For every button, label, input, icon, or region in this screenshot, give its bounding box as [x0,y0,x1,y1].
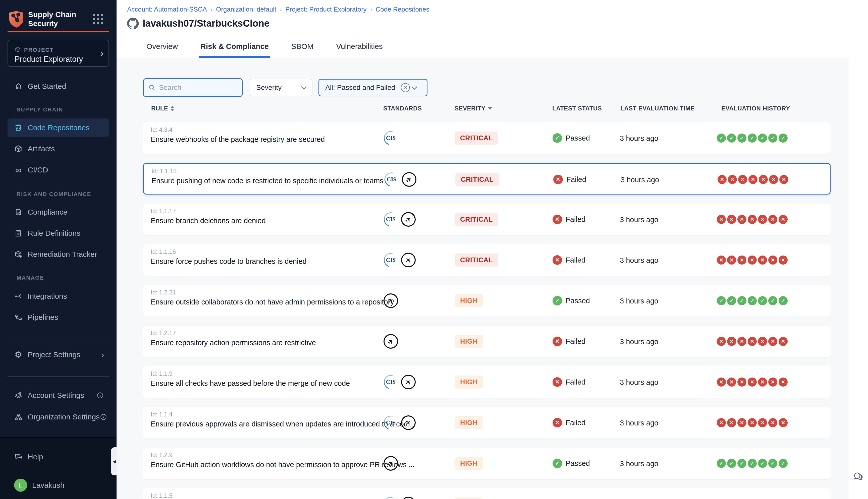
section-label-supply-chain: SUPPLY CHAIN [16,107,63,113]
support-chat-icon[interactable] [853,471,865,483]
history-passed-icon [768,296,777,305]
rule-row[interactable]: Id: 1.1.9Ensure all checks have passed b… [143,366,831,398]
cis-standard-icon: CIS [384,253,398,267]
history-failed-icon [748,256,757,265]
history-failed-icon [758,215,767,224]
rule-row[interactable]: Id: 1.1.17Ensure branch deletions are de… [143,204,831,235]
page-title: lavakush07/StarbucksClone [143,18,269,29]
rule-row[interactable]: Id: 1.1.16Ensure force pushes code to br… [143,244,831,276]
status-label: Passed [566,134,590,142]
sidebar-item-integrations[interactable]: Integrations [8,287,109,305]
cis-standard-icon: CIS [384,172,399,187]
rule-row[interactable]: Id: 1.2.9Ensure GitHub action workflows … [143,448,831,479]
history-failed-icon [737,256,746,265]
section-label-manage: MANAGE [16,275,44,281]
info-icon[interactable] [100,413,107,421]
sidebar-item-get-started[interactable]: Get Started [8,77,109,96]
breadcrumb-account[interactable]: Account: Automation-SSCA [127,5,207,13]
status-filter-label: All: Passed and Failed [325,84,395,92]
sidebar-item-label: Integrations [28,292,67,301]
rule-row[interactable]: Id: 1.2.21Ensure outside collaborators d… [143,285,831,317]
search-icon [148,84,156,91]
cis-standard-icon: CIS [384,415,398,430]
rule-row[interactable]: Id: 1.1.15Ensure pushing of new code is … [143,163,831,195]
sidebar-item-label: Get Started [28,82,66,90]
sort-icon[interactable] [170,106,174,111]
paper-plane-icon [387,296,394,305]
breadcrumb-organization[interactable]: Organization: default [216,5,276,13]
history-passed-icon [758,134,767,143]
sidebar-item-artifacts[interactable]: Artifacts [8,139,109,158]
history-failed-icon [779,215,788,224]
sidebar-item-pipelines[interactable]: Pipelines [8,308,109,327]
standards-cell [384,456,398,471]
document-search-icon [14,208,23,216]
sidebar-item-code-repositories[interactable]: Code Repositories [8,119,109,137]
rule-text: Ensure force pushes code to branches is … [151,257,307,266]
status-label: Failed [566,337,586,346]
status-failed-icon [553,255,562,265]
standards-cell: CIS [384,131,398,145]
history-cell [717,256,788,265]
sidebar-item-compliance[interactable]: Compliance [8,203,109,221]
history-failed-icon [737,378,746,387]
chevron-down-icon [301,84,307,90]
history-passed-icon [779,134,788,143]
sidebar-item-cicd[interactable]: ∞ CI/CD [8,161,109,179]
history-failed-icon [779,337,788,346]
history-passed-icon [727,459,736,468]
history-failed-icon [758,337,767,346]
status-cell: Failed [553,418,586,427]
project-selector[interactable]: PROJECT Product Exploratory › [8,40,109,67]
standards-cell: CIS [384,497,416,499]
tab-risk-compliance[interactable]: Risk & Compliance [199,42,270,58]
sidebar-item-organization-settings[interactable]: Organization Settings [8,407,109,426]
app-switcher-icon[interactable] [93,14,104,25]
history-failed-icon [759,175,768,184]
sidebar-item-label: Artifacts [28,145,55,153]
severity-badge: CRITICAL [455,254,498,267]
project-name: Product Exploratory [14,55,83,64]
severity-filter[interactable]: Severity [250,79,312,96]
breadcrumb-code-repositories[interactable]: Code Repositories [376,5,430,13]
rule-row[interactable]: Id: 1.2.17Ensure repository action permi… [143,326,831,357]
cis-standard-icon: CIS [384,131,398,145]
sidebar-item-account-settings[interactable]: Account Settings [8,386,109,405]
clear-filter-icon[interactable]: ✕ [401,83,410,92]
sidebar-item-label: Help [28,453,43,461]
sidebar-item-project-settings[interactable]: ⚙ Project Settings › [8,345,109,364]
evaluation-time: 3 hours ago [620,134,658,143]
sidebar-item-remediation-tracker[interactable]: Remediation Tracker [8,245,109,264]
tab-sbom[interactable]: SBOM [290,42,315,58]
sidebar-item-label: CI/CD [28,166,48,174]
rule-row[interactable]: Id: 4.3.4Ensure webhooks of the package … [143,122,831,154]
rule-row[interactable]: Id: 1.1.4Ensure previous approvals are d… [143,407,831,438]
avatar: L [14,479,27,492]
history-failed-icon [718,175,727,184]
sort-desc-icon[interactable] [488,107,492,110]
status-label: Failed [566,215,586,224]
breadcrumb-separator: › [370,6,372,13]
breadcrumb-project[interactable]: Project: Product Exploratory [285,5,367,13]
status-filter[interactable]: All: Passed and Failed ✕ [318,79,427,96]
scorecard-standard-icon [401,375,416,389]
cis-label: CIS [386,379,396,385]
org-chart-icon [14,413,23,421]
tab-overview[interactable]: Overview [145,42,179,58]
sidebar-item-rule-definitions[interactable]: Rule Definitions [8,224,109,242]
collapse-arrow-icon: ◀ [113,459,116,464]
status-failed-icon [553,418,562,427]
history-passed-icon [717,459,726,468]
layers-gear-icon [14,391,23,400]
user-menu[interactable]: L Lavakush [8,476,109,495]
tab-vulnerabilities[interactable]: Vulnerabilities [335,42,384,58]
history-passed-icon [727,296,736,305]
sidebar-item-help[interactable]: Help [8,448,109,466]
search-input[interactable] [159,84,234,92]
rule-text: Ensure repository action permissions are… [151,339,316,347]
scorecard-standard-icon [384,456,398,471]
history-failed-icon [727,418,736,427]
rule-row[interactable]: Id: 1.1.5CISHIGHFailed3 hours ago [143,488,831,499]
info-icon[interactable] [96,392,104,399]
pipelines-icon [14,313,23,321]
